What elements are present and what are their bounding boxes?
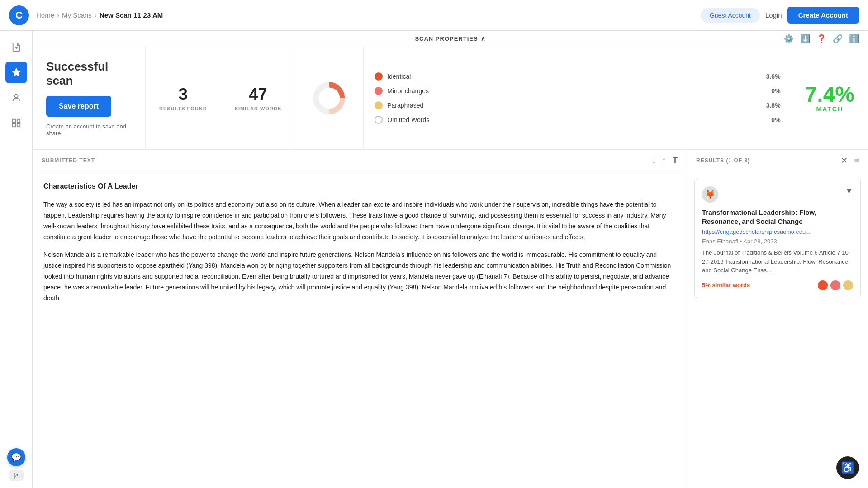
sidebar-item-account[interactable] <box>5 87 27 109</box>
scan-properties-bar: SCAN PROPERTIES ∧ ⚙️ ⬇️ ❓ 🔗 ℹ️ <box>33 31 868 47</box>
legend-pct-paraphrased: 3.8% <box>766 102 781 109</box>
settings-icon[interactable]: ⚙️ <box>784 34 794 44</box>
results-close-icon[interactable]: ✕ <box>841 156 848 166</box>
result-dot-identical <box>818 280 828 290</box>
sidebar: 💬 |> <box>0 31 33 488</box>
summary-left: Successful scan Save report Create an ac… <box>33 47 146 149</box>
text-heading: Characteristics Of A Leader <box>43 180 676 192</box>
summary-row: Successful scan Save report Create an ac… <box>33 47 868 150</box>
legend-pct-identical: 3.6% <box>766 73 781 80</box>
pie-chart <box>309 78 350 118</box>
scan-headline: Successful scan <box>46 60 132 88</box>
font-size-icon[interactable]: T <box>673 156 678 165</box>
create-account-button[interactable]: Create Account <box>787 7 859 24</box>
save-report-button[interactable]: Save report <box>46 96 111 117</box>
legend-dot-minor-changes <box>375 87 383 95</box>
chat-button[interactable]: 💬 <box>7 448 25 466</box>
login-button[interactable]: Login <box>765 11 782 19</box>
legend-dot-identical <box>375 72 383 81</box>
download-icon[interactable]: ⬇️ <box>800 34 810 44</box>
result-description: The Journal of Traditions & Beliefs Volu… <box>702 248 853 275</box>
stat-divider <box>221 85 221 112</box>
results-filter-icon[interactable]: ≡ <box>854 156 859 166</box>
result-dot-paraphrased <box>843 280 853 290</box>
result-dot-minor <box>830 280 840 290</box>
scan-props-chevron[interactable]: ∧ <box>481 35 486 42</box>
svg-marker-2 <box>12 69 20 76</box>
share-icon[interactable]: 🔗 <box>833 34 843 44</box>
similar-words-stat: 47 SIMILAR WORDS <box>235 85 281 111</box>
legend-pct-omitted-words: 0% <box>771 116 780 123</box>
legend-area: Identical 3.6% Minor changes 0% Paraphra… <box>364 47 791 149</box>
legend-identical: Identical 3.6% <box>375 72 780 81</box>
result-meta: Enas Elhanafi • Apr 28, 2023 <box>702 238 853 245</box>
guest-account-button[interactable]: Guest Account <box>701 8 760 23</box>
results-header-right: ✕ ≡ <box>841 156 859 166</box>
result-card-header: 🦊 ▼ <box>702 186 853 203</box>
header-right: Guest Account Login Create Account <box>701 7 859 24</box>
legend-label-identical: Identical <box>387 73 762 80</box>
text-content[interactable]: Characteristics Of A Leader The way a so… <box>33 171 687 488</box>
breadcrumb: Home › My Scans › New Scan 11:23 AM <box>36 11 163 19</box>
results-found-stat: 3 RESULTS FOUND <box>159 85 207 111</box>
result-expand-icon[interactable]: ▼ <box>845 186 853 196</box>
summary-stats: 3 RESULTS FOUND 47 SIMILAR WORDS <box>146 47 295 149</box>
header: C Home › My Scans › New Scan 11:23 AM Gu… <box>0 0 868 31</box>
text-panel-actions: ↓ ↑ T <box>652 156 678 165</box>
help-icon[interactable]: ❓ <box>816 34 826 44</box>
legend-label-omitted-words: Omitted Words <box>387 116 767 123</box>
sidebar-item-add-doc[interactable] <box>5 36 27 58</box>
svg-rect-6 <box>12 124 15 127</box>
svg-point-9 <box>319 88 340 109</box>
match-label: MATCH <box>816 105 844 113</box>
breadcrumb-sep1: › <box>57 11 59 19</box>
legend-paraphrased: Paraphrased 3.8% <box>375 101 780 109</box>
app-body: 💬 |> SCAN PROPERTIES ∧ ⚙️ ⬇️ ❓ 🔗 ℹ️ Succ… <box>0 31 868 488</box>
info-icon[interactable]: ℹ️ <box>849 34 859 44</box>
svg-rect-5 <box>17 119 19 122</box>
results-panel-title: RESULTS (1 OF 3) <box>696 157 750 164</box>
result-card: 🦊 ▼ Transformational Leadership: Flow, R… <box>694 179 861 298</box>
svg-rect-4 <box>12 119 15 122</box>
results-found-label: RESULTS FOUND <box>159 106 207 111</box>
accessibility-button[interactable]: ♿ <box>836 456 859 479</box>
result-dots <box>818 280 853 290</box>
bottom-panels: SUBMITTED TEXT ↓ ↑ T Characteristics Of … <box>33 150 868 488</box>
scan-props-icons: ⚙️ ⬇️ ❓ 🔗 ℹ️ <box>784 34 859 44</box>
text-panel: SUBMITTED TEXT ↓ ↑ T Characteristics Of … <box>33 150 687 488</box>
sidebar-item-pages[interactable] <box>5 112 27 134</box>
svg-point-3 <box>14 95 18 98</box>
legend-dot-omitted-words <box>375 116 383 124</box>
result-footer: 5% similar words <box>702 280 853 290</box>
breadcrumb-my-scans[interactable]: My Scans <box>62 11 92 19</box>
result-title: Transformational Leadership: Flow, Reson… <box>702 208 853 226</box>
results-panel: RESULTS (1 OF 3) ✕ ≡ 🦊 ▼ Transformationa… <box>687 150 868 488</box>
results-panel-header: RESULTS (1 OF 3) ✕ ≡ <box>687 150 868 171</box>
similar-words-label: SIMILAR WORDS <box>235 106 281 111</box>
logo-icon[interactable]: C <box>9 5 29 25</box>
sidebar-item-favorites[interactable] <box>5 62 27 83</box>
text-panel-title: SUBMITTED TEXT <box>42 157 95 164</box>
scan-properties-title: SCAN PROPERTIES ∧ <box>415 35 485 42</box>
scroll-down-icon[interactable]: ↓ <box>652 156 656 165</box>
similar-words-number: 47 <box>235 85 281 104</box>
legend-minor-changes: Minor changes 0% <box>375 87 780 95</box>
legend-pct-minor-changes: 0% <box>771 87 780 95</box>
breadcrumb-home[interactable]: Home <box>36 11 54 19</box>
similar-words-badge: 5% similar words <box>702 282 750 289</box>
legend-omitted-words: Omitted Words 0% <box>375 116 780 124</box>
match-score: 7.4% MATCH <box>792 47 868 149</box>
legend-dot-paraphrased <box>375 101 383 109</box>
pie-chart-area <box>295 47 364 149</box>
legend-label-minor-changes: Minor changes <box>387 87 767 95</box>
match-number: 7.4% <box>805 84 854 105</box>
sidebar-bottom: 💬 |> <box>7 448 25 481</box>
breadcrumb-sep2: › <box>95 11 97 19</box>
sidebar-toggle-button[interactable]: |> <box>9 470 24 481</box>
results-found-number: 3 <box>159 85 207 104</box>
result-link[interactable]: https://engagedscholarship.csuohio.edu..… <box>702 228 853 235</box>
breadcrumb-current: New Scan 11:23 AM <box>100 11 163 19</box>
scroll-up-icon[interactable]: ↑ <box>662 156 666 165</box>
text-paragraph-1: The way a society is led has an impact n… <box>43 199 676 242</box>
text-panel-header: SUBMITTED TEXT ↓ ↑ T <box>33 150 687 171</box>
